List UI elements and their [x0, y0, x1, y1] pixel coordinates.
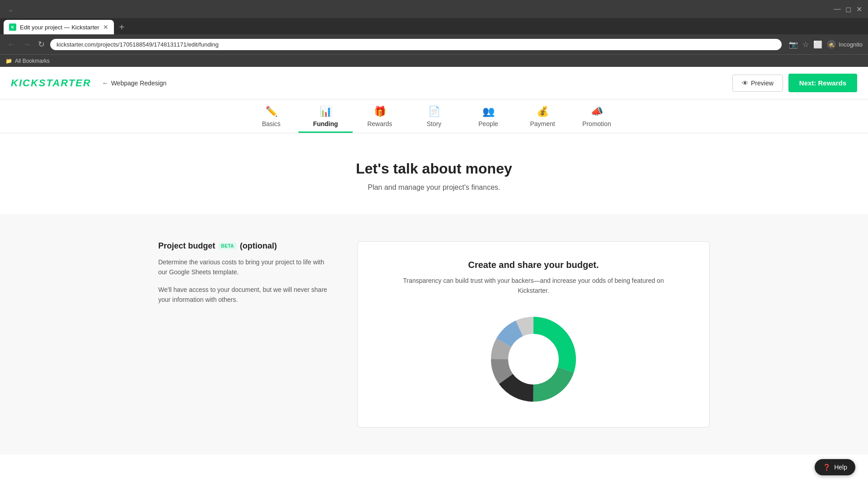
tab-rewards-label: Rewards — [367, 120, 392, 127]
close-button[interactable]: ✕ — [855, 5, 863, 13]
device-icon: ⬜ — [813, 40, 822, 49]
tab-funding-label: Funding — [313, 120, 338, 127]
hero-subtitle: Plan and manage your project's finances. — [11, 183, 857, 192]
bookmarks-label: All Bookmarks — [15, 58, 50, 64]
tab-story-label: Story — [427, 120, 442, 127]
svg-point-8 — [509, 334, 558, 384]
camera-off-icon: 📷 — [789, 40, 798, 49]
section-title: Project budget BETA (optional) — [158, 241, 330, 251]
hero-title: Let's talk about money — [11, 160, 857, 177]
kickstarter-logo: KICKSTARTER — [11, 77, 91, 89]
tab-story[interactable]: 📄 Story — [407, 99, 461, 133]
breadcrumb: ← Webpage Redesign — [102, 80, 167, 87]
beta-badge: BETA — [219, 243, 236, 249]
card-description: Transparency can build trust with your b… — [398, 276, 669, 296]
tab-basics[interactable]: ✏️ Basics — [244, 99, 298, 133]
tab-rewards[interactable]: 🎁 Rewards — [353, 99, 407, 133]
tab-title: Edit your project — Kickstarter — [20, 24, 99, 31]
tab-payment[interactable]: 💰 Payment — [515, 99, 570, 133]
tab-close-button[interactable]: ✕ — [103, 23, 108, 31]
app-header: KICKSTARTER ← Webpage Redesign 👁 Preview… — [0, 67, 868, 99]
preview-eye-icon: 👁 — [742, 80, 748, 87]
people-icon: 👥 — [482, 106, 495, 117]
optional-label: (optional) — [240, 241, 277, 251]
funding-icon: 📊 — [320, 106, 332, 117]
forward-button[interactable]: → — [21, 38, 33, 51]
breadcrumb-text: Webpage Redesign — [111, 80, 167, 87]
tab-favicon: K — [9, 23, 16, 31]
back-arrow-icon: ← — [102, 80, 108, 87]
tab-people-label: People — [478, 120, 498, 127]
tab-promotion-label: Promotion — [582, 120, 611, 127]
payment-icon: 💰 — [537, 106, 549, 117]
budget-card: Create and share your budget. Transparen… — [357, 241, 710, 427]
active-tab[interactable]: K Edit your project — Kickstarter ✕ — [4, 20, 114, 34]
minimize-button[interactable]: ― — [834, 5, 841, 13]
tab-payment-label: Payment — [530, 120, 555, 127]
toolbar-actions: 📷 ☆ ⬜ 🕵 Incognito — [789, 40, 863, 49]
new-tab-button[interactable]: + — [116, 22, 128, 33]
browser-titlebar: ⌄ ― ◻ ✕ — [0, 0, 868, 18]
content-section: Project budget BETA (optional) Determine… — [0, 214, 868, 455]
browser-window: ⌄ ― ◻ ✕ K Edit your project — Kickstarte… — [0, 0, 868, 67]
kickstarter-app: KICKSTARTER ← Webpage Redesign 👁 Preview… — [0, 67, 868, 455]
bookmarks-bar: 📁 All Bookmarks — [0, 54, 868, 67]
content-inner: Project budget BETA (optional) Determine… — [140, 214, 728, 455]
incognito-badge: 🕵 Incognito — [827, 40, 863, 49]
incognito-label: Incognito — [839, 41, 863, 48]
tab-promotion[interactable]: 📣 Promotion — [570, 99, 624, 133]
left-column: Project budget BETA (optional) Determine… — [158, 241, 330, 427]
browser-toolbar: ← → ↻ kickstarter.com/projects/170518854… — [0, 34, 868, 54]
story-icon: 📄 — [428, 106, 440, 117]
reload-button[interactable]: ↻ — [36, 38, 47, 51]
back-button[interactable]: ← — [5, 38, 17, 51]
address-bar[interactable]: kickstarter.com/projects/1705188549/1748… — [50, 39, 782, 50]
tab-funding[interactable]: 📊 Funding — [298, 99, 353, 133]
window-back-button[interactable]: ⌄ — [5, 2, 16, 16]
address-text: kickstarter.com/projects/1705188549/1748… — [57, 41, 775, 48]
rewards-icon: 🎁 — [374, 106, 386, 117]
next-rewards-button[interactable]: Next: Rewards — [788, 74, 857, 92]
donut-chart — [484, 310, 583, 409]
bookmark-icon[interactable]: ☆ — [802, 40, 809, 49]
preview-button[interactable]: 👁 Preview — [732, 75, 783, 92]
hero-section: Let's talk about money Plan and manage y… — [0, 133, 868, 214]
header-actions: 👁 Preview Next: Rewards — [732, 74, 857, 92]
tab-people[interactable]: 👥 People — [461, 99, 515, 133]
description-1: Determine the various costs to bring you… — [158, 257, 330, 277]
bookmarks-folder-icon: 📁 — [5, 58, 12, 64]
browser-tab-bar: K Edit your project — Kickstarter ✕ + — [0, 18, 868, 34]
window-controls: ― ◻ ✕ — [834, 5, 863, 13]
card-title: Create and share your budget. — [468, 260, 599, 270]
promotion-icon: 📣 — [591, 106, 603, 117]
navigation-tabs: ✏️ Basics 📊 Funding 🎁 Rewards 📄 Story 👥 … — [0, 99, 868, 133]
basics-icon: ✏️ — [265, 106, 278, 117]
tab-basics-label: Basics — [262, 120, 280, 127]
maximize-button[interactable]: ◻ — [844, 5, 852, 13]
description-2: We'll have access to your document, but … — [158, 285, 330, 305]
incognito-icon: 🕵 — [827, 40, 836, 49]
preview-label: Preview — [751, 80, 774, 87]
